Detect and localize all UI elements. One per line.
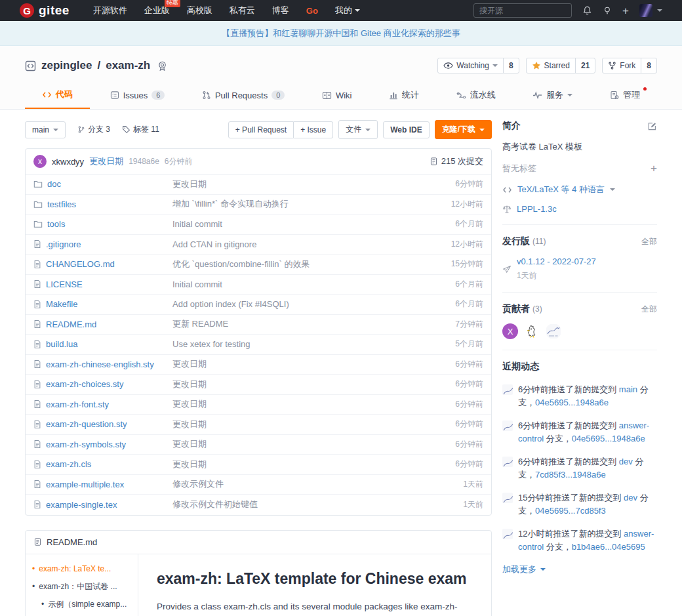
file-link[interactable]: exam-zh-symbols.sty	[46, 440, 126, 449]
commit-message-link[interactable]: 更改日期	[172, 379, 455, 390]
nav-item-高校版[interactable]: 高校版	[187, 5, 212, 16]
activity-link[interactable]: 04e5695...1948a6e	[572, 434, 645, 443]
file-link[interactable]: .gitignore	[46, 239, 81, 249]
file-link[interactable]: Makefile	[46, 299, 77, 309]
file-link[interactable]: LICENSE	[46, 279, 83, 289]
tab-代码[interactable]: 代码	[25, 81, 90, 109]
bell-icon[interactable]	[582, 5, 592, 16]
file-link[interactable]: example-single.tex	[46, 500, 117, 510]
commit-message-link[interactable]: 更改日期	[89, 155, 123, 167]
starred-button[interactable]: Starred21	[526, 58, 596, 73]
contributor-avatar[interactable]: X	[502, 323, 518, 339]
file-link[interactable]: exam-zh.cls	[46, 459, 91, 469]
file-link[interactable]: tools	[47, 219, 65, 229]
commit-message-link[interactable]: 修改示例文件初始键值	[172, 499, 463, 510]
file-link[interactable]: README.md	[46, 319, 96, 329]
commit-message-link[interactable]: 更改日期	[172, 438, 455, 450]
starred-count[interactable]: 21	[575, 58, 595, 73]
activity-link[interactable]: 7cd85f3...1948a6e	[535, 470, 606, 480]
branch-selector[interactable]: main	[25, 121, 66, 138]
new-issue-button[interactable]: + Issue	[294, 121, 333, 138]
commit-message-link[interactable]: 更改日期	[172, 358, 455, 370]
commit-message-link[interactable]: 更改日期	[172, 419, 455, 430]
file-icon	[33, 279, 41, 289]
tags-link[interactable]: 标签 11	[122, 124, 159, 135]
tab-Issues[interactable]: Issues6	[93, 81, 182, 109]
file-link[interactable]: exam-zh-chinese-english.sty	[46, 359, 154, 369]
file-link[interactable]: doc	[47, 179, 61, 189]
file-link[interactable]: testfiles	[47, 199, 76, 209]
toc-item[interactable]: 示例（simple examp...	[41, 599, 131, 609]
activity-link[interactable]: 04e5695...1948a6e	[535, 398, 609, 407]
commit-message-link[interactable]: Initial commit	[172, 279, 455, 289]
tab-统计[interactable]: 统计	[372, 81, 436, 109]
file-link[interactable]: exam-zh-question.sty	[46, 419, 127, 429]
gitee-logo[interactable]: G gitee	[20, 3, 70, 18]
commit-count-link[interactable]: 215 次提交	[430, 155, 483, 167]
tab-服务[interactable]: 服务	[515, 81, 590, 109]
committer-avatar[interactable]: x	[33, 155, 47, 168]
clone-download-button[interactable]: 克隆/下载	[435, 120, 492, 139]
toc-item[interactable]: exam-zh: LaTeX te...	[32, 564, 131, 574]
load-more-link[interactable]: 加载更多	[502, 564, 657, 575]
fork-count[interactable]: 8	[641, 58, 656, 73]
file-link[interactable]: example-multiple.tex	[46, 480, 124, 489]
commit-message-link[interactable]: 更改日期	[172, 398, 455, 410]
tab-流水线[interactable]: 流水线	[439, 81, 513, 109]
commit-message-link[interactable]: Add CTAN in gitignore	[172, 239, 451, 249]
tab-Wiki[interactable]: Wiki	[305, 81, 369, 109]
branches-link[interactable]: 分支 3	[77, 124, 110, 135]
releases-all-link[interactable]: 全部	[641, 236, 657, 247]
add-tag-icon[interactable]: +	[651, 162, 657, 175]
repo-owner-link[interactable]: zepinglee	[41, 59, 92, 72]
commit-message-link[interactable]: 更新 README	[172, 318, 455, 330]
edit-icon[interactable]	[647, 121, 657, 131]
commit-message-link[interactable]: 更改日期	[172, 459, 455, 470]
commit-message-link[interactable]: 增加 `\fillin*` 命令实现自动换行	[172, 198, 451, 210]
bulb-icon[interactable]	[603, 5, 612, 16]
commit-message-link[interactable]: 优化 `question/combine-fillin` 的效果	[172, 258, 451, 270]
nav-item-企业版[interactable]: 企业版特惠	[144, 5, 170, 16]
activity-link[interactable]: main	[619, 384, 637, 394]
repo-name-link[interactable]: exam-zh	[106, 59, 150, 72]
contributor-avatar[interactable]	[546, 323, 561, 339]
nav-item-博客[interactable]: 博客	[272, 5, 289, 16]
contributor-avatar[interactable]	[524, 323, 540, 339]
announcement-link[interactable]: 【直播预告】和红薯聊聊开源中国和 Gitee 商业化探索的那些事	[222, 28, 460, 39]
committer-name[interactable]: xkwxdyy	[52, 157, 84, 167]
nav-item-label: Go	[306, 6, 318, 16]
nav-item-开源软件[interactable]: 开源软件	[93, 5, 127, 16]
activity-link[interactable]: dev	[624, 493, 637, 503]
languages-link[interactable]: TeX/LaTeX 等 4 种语言	[502, 184, 657, 195]
nav-item-Go[interactable]: Go	[306, 6, 318, 16]
tab-Pull Requests[interactable]: Pull Requests0	[185, 81, 302, 109]
toc-item[interactable]: exam-zh：中国试卷 ...	[32, 581, 131, 592]
fork-button[interactable]: Fork8	[602, 58, 657, 73]
search-input[interactable]	[473, 3, 572, 18]
contributors-all-link[interactable]: 全部	[641, 304, 657, 315]
new-pull-request-button[interactable]: + Pull Request	[228, 121, 294, 138]
user-menu[interactable]	[639, 4, 662, 17]
release-link[interactable]: v0.1.12 - 2022-07-27	[517, 257, 596, 266]
nav-item-私有云[interactable]: 私有云	[230, 5, 255, 16]
activity-link[interactable]: 04e5695...7cd85f3	[535, 506, 606, 516]
nav-item-我的[interactable]: 我的	[335, 5, 360, 16]
file-link[interactable]: CHANGELOG.md	[46, 259, 115, 269]
file-menu-button[interactable]: 文件	[338, 120, 378, 139]
file-link[interactable]: exam-zh-choices.sty	[46, 379, 123, 389]
file-link[interactable]: build.lua	[46, 339, 77, 349]
file-link[interactable]: exam-zh-font.sty	[46, 400, 109, 409]
commit-message-link[interactable]: 修改示例文件	[172, 478, 463, 490]
watching-button[interactable]: Watching8	[437, 58, 519, 73]
watching-count[interactable]: 8	[503, 58, 519, 73]
commit-message-link[interactable]: 更改日期	[172, 178, 455, 190]
tab-管理[interactable]: 管理	[593, 81, 657, 109]
activity-link[interactable]: dev	[619, 457, 633, 466]
commit-message-link[interactable]: Add option index (Fix #I4SQLI)	[172, 299, 455, 309]
activity-link[interactable]: b1b4ae6...04e5695	[572, 542, 645, 552]
plus-icon[interactable]: +	[622, 5, 629, 16]
web-ide-button[interactable]: Web IDE	[383, 121, 429, 138]
commit-message-link[interactable]: Use xetex for testing	[172, 339, 455, 349]
license-link[interactable]: LPPL-1.3c	[502, 204, 657, 214]
commit-message-link[interactable]: Initial commit	[172, 219, 455, 229]
